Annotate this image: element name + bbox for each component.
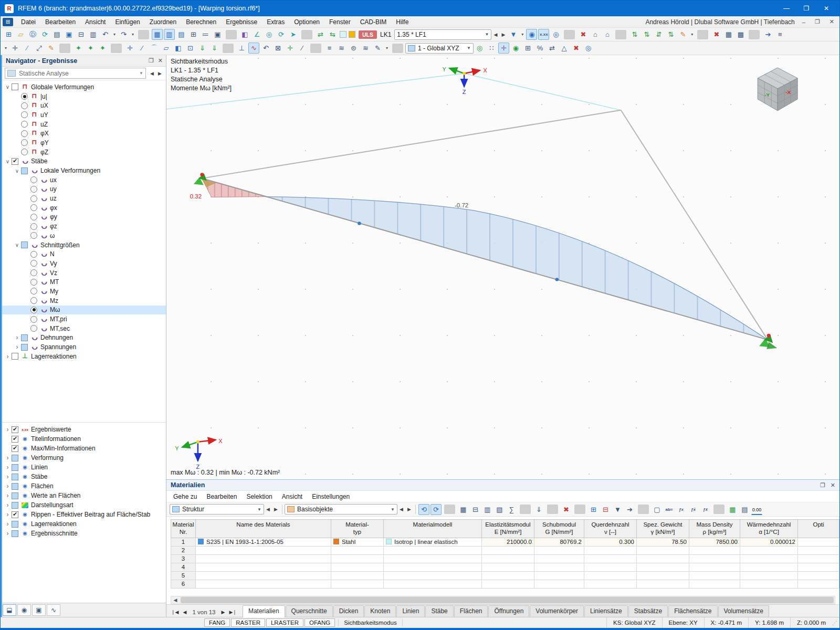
tree-item-checkbox[interactable]	[12, 511, 18, 518]
expander-icon[interactable]	[4, 84, 12, 90]
expander-icon[interactable]	[4, 464, 12, 471]
scroll-left-icon[interactable]: ◀	[171, 597, 180, 603]
tree-item[interactable]: Ergebniswerte	[1, 425, 166, 434]
tree-item[interactable]: N	[1, 249, 166, 259]
model-house-icon[interactable]: ⌂	[590, 29, 601, 40]
separator[interactable]	[444, 505, 455, 514]
tree-item-control[interactable]	[30, 176, 37, 183]
box-view-icon[interactable]: ⊠	[272, 43, 284, 54]
tree-item[interactable]: Vz	[1, 268, 166, 278]
table-tab[interactable]: Knoten	[364, 605, 396, 617]
column-header[interactable]: Mass Densityρ [kg/m³]	[689, 519, 740, 538]
next-load-case-button[interactable]: ▶	[499, 29, 507, 40]
notes-icon[interactable]: ▤	[739, 504, 750, 515]
expander-icon[interactable]	[4, 492, 12, 499]
expander-icon[interactable]	[4, 520, 12, 528]
snap-toggle-button[interactable]: RASTER	[231, 618, 265, 627]
sketch-icon[interactable]: ✎	[372, 43, 383, 54]
results-tab-icon[interactable]: ∿	[47, 604, 60, 616]
table-view-icon[interactable]: ▦	[152, 29, 163, 40]
opening-tool-icon[interactable]: ⊡	[185, 43, 196, 54]
calculate-all-icon[interactable]: ⇆	[327, 29, 338, 40]
undo-view-icon[interactable]: ↶	[260, 43, 271, 54]
percent-icon[interactable]: %	[534, 43, 545, 54]
expander-icon[interactable]	[4, 530, 12, 537]
prev-analysis-button[interactable]: ◀	[148, 68, 156, 79]
delete-icon[interactable]: ✖	[711, 29, 722, 40]
separator[interactable]	[223, 44, 234, 53]
material-type-cell[interactable]: Stahl	[331, 538, 384, 547]
rotate-view-icon[interactable]: ⟳	[276, 29, 287, 40]
navigation-cube[interactable]: -Y -X	[758, 68, 797, 111]
clear-table-icon[interactable]: ✖	[561, 504, 572, 515]
specific-weight-cell[interactable]: 78.50	[637, 538, 689, 547]
tree-item[interactable]: Spannungen	[1, 342, 166, 352]
frames-icon[interactable]: ▦	[723, 29, 734, 40]
menu-item[interactable]: Ansicht	[80, 17, 110, 27]
tree-item[interactable]: uy	[1, 185, 166, 194]
tree-item-control[interactable]	[30, 214, 37, 220]
redo-caret-icon[interactable]: ▾	[130, 29, 135, 40]
menu-item[interactable]: Bearbeiten	[40, 17, 80, 27]
tree-item[interactable]: ux	[1, 175, 166, 185]
plane2-icon[interactable]: ≋	[360, 43, 371, 54]
snap-toggle-button[interactable]: FANG	[204, 618, 230, 627]
result-color-swatch[interactable]	[340, 31, 346, 38]
tree-item[interactable]: φx	[1, 203, 166, 213]
import-table-icon[interactable]: ⇓	[533, 504, 544, 515]
menu-item[interactable]: CAD-BIM	[355, 17, 392, 27]
menu-item[interactable]: Berechnen	[181, 17, 221, 27]
separator[interactable]	[713, 505, 724, 514]
separator[interactable]	[574, 505, 585, 514]
separator[interactable]	[615, 30, 626, 39]
show-results-icon[interactable]: ◉	[526, 29, 537, 40]
guide-line-icon[interactable]: ∕	[22, 43, 33, 54]
display-settings-icon[interactable]: ▣	[212, 29, 223, 40]
table-tab[interactable]: Volumenkörper	[530, 605, 584, 617]
tree-item[interactable]: My	[1, 287, 166, 296]
float-panel-icon[interactable]: ❐	[149, 57, 154, 64]
table-tab[interactable]: Stäbe	[425, 605, 453, 617]
column-header[interactable]: Querdehnzahlν [--]	[584, 519, 637, 538]
tree-splitter[interactable]	[1, 361, 166, 423]
sync-selection-icon[interactable]: ⟳	[430, 504, 442, 515]
generate-object-icon[interactable]: ✦	[73, 43, 84, 54]
tree-item[interactable]: Titelinformationen	[1, 434, 166, 444]
material-name-cell[interactable]: S235 | EN 1993-1-1:2005-05	[196, 538, 331, 547]
expander-icon[interactable]	[4, 454, 12, 461]
tree-item-control[interactable]	[30, 232, 37, 239]
mass-density-cell[interactable]: 7850.00	[689, 538, 740, 547]
elastic-modulus-cell[interactable]: 210000.0	[482, 538, 534, 547]
line-grid-icon[interactable]: ≡	[324, 43, 335, 54]
menu-item[interactable]: Ergebnisse	[221, 17, 262, 27]
tree-item-control[interactable]	[21, 242, 28, 248]
last-table-icon[interactable]: ▶❘	[227, 610, 238, 615]
ab-equals-icon[interactable]: ab=	[664, 504, 675, 515]
materials-menu-item[interactable]: Ansicht	[277, 492, 307, 501]
resize-grip[interactable]: ⋰	[832, 620, 839, 626]
tree-item[interactable]: Linien	[1, 463, 166, 472]
separator[interactable]	[697, 30, 708, 39]
maximize-icon[interactable]: ❐	[797, 2, 815, 15]
snap-toggle-button[interactable]: OFANG	[304, 618, 335, 627]
tree-item[interactable]: Dehnungen	[1, 333, 166, 343]
poisson-ratio-cell[interactable]: 0.300	[584, 538, 637, 547]
separator[interactable]	[564, 30, 575, 39]
table-tab[interactable]: Öffnungen	[488, 605, 529, 617]
expander-icon[interactable]	[4, 473, 12, 480]
grid-layout-icon[interactable]: ⊞	[188, 29, 199, 40]
column-header[interactable]: Material-typ	[331, 519, 384, 538]
sort-x-icon[interactable]: ⇅	[629, 29, 640, 40]
menu-item[interactable]: Optionen	[289, 17, 324, 27]
tree-item-checkbox[interactable]	[12, 483, 18, 490]
expander-icon[interactable]	[13, 343, 21, 351]
sort-w-icon[interactable]: ⇅	[665, 29, 676, 40]
select-mode-caret-icon[interactable]: ▾	[3, 43, 8, 54]
more-menu-icon[interactable]: ≡	[774, 29, 785, 40]
view-angle-icon[interactable]: ∠	[251, 29, 262, 40]
coordinate-system-combo[interactable]: 1 - Global XYZ▼	[405, 43, 474, 54]
table-row[interactable]: 6	[171, 580, 839, 589]
tree-item[interactable]: Lagerreaktionen	[1, 519, 166, 529]
tree-item[interactable]: uX	[1, 101, 166, 110]
tree-item-control[interactable]	[21, 139, 28, 146]
